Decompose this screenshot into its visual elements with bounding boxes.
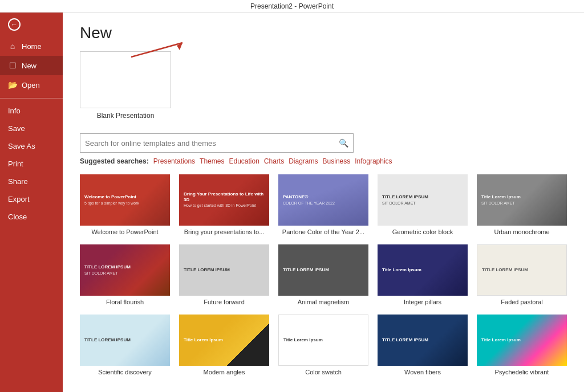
template-item-modern[interactable]: Title Lorem IpsumModern angles (179, 315, 269, 375)
template-thumb-urban[interactable]: Title Lorem IpsumSIT DOLOR AMET (477, 174, 567, 226)
sidebar-item-share[interactable]: Share (0, 173, 63, 190)
blank-presentation-section: Blank Presentation (80, 51, 567, 120)
sidebar-item-print[interactable]: Print (0, 155, 63, 173)
template-thumb-integer[interactable]: Title Lorem Ipsum (378, 244, 468, 296)
template-thumb-geometric[interactable]: TITLE LOREM IPSUMSIT DOLOR AMET (378, 174, 468, 226)
suggested-diagrams[interactable]: Diagrams (289, 157, 318, 165)
template-name-future: Future forward (204, 299, 245, 305)
template-thumb-swatch[interactable]: Title Lorem Ipsum (278, 315, 368, 366)
search-input[interactable] (85, 139, 339, 148)
sidebar-item-close[interactable]: Close (0, 208, 63, 226)
sidebar-item-save-as[interactable]: Save As (0, 137, 63, 155)
back-icon: ← (8, 18, 21, 31)
template-text-sub-pantone: COLOR OF THE YEAR 2022 (283, 201, 335, 206)
template-text-top-urban: Title Lorem Ipsum (481, 194, 521, 200)
sidebar-item-info[interactable]: Info (0, 102, 63, 120)
page-title: New (80, 24, 567, 42)
template-item-animal[interactable]: TITLE LOREM IPSUMAnimal magnetism (278, 244, 368, 305)
template-item-urban[interactable]: Title Lorem IpsumSIT DOLOR AMETUrban mon… (477, 174, 567, 235)
sidebar-item-home[interactable]: ⌂ Home (0, 36, 63, 56)
template-text-sub-urban: SIT DOLOR AMET (481, 201, 515, 206)
template-thumb-woven[interactable]: TITLE LOREM IPSUM (378, 315, 468, 366)
svg-marker-1 (177, 43, 182, 50)
template-thumb-faded[interactable]: TITLE LOREM IPSUM (477, 244, 567, 296)
template-thumb-animal[interactable]: TITLE LOREM IPSUM (278, 244, 368, 296)
suggested-presentations[interactable]: Presentations (153, 157, 195, 165)
template-text-top-woven: TITLE LOREM IPSUM (382, 337, 428, 343)
template-name-psychedelic: Psychedelic vibrant (495, 369, 549, 375)
template-item-psychedelic[interactable]: Title Lorem IpsumPsychedelic vibrant (477, 315, 567, 375)
template-name-3d: Bring your presentations to... (184, 228, 265, 235)
template-text-sub-floral: SIT DOLOR AMET (84, 271, 118, 276)
template-thumb-future[interactable]: TITLE LOREM IPSUM (179, 244, 269, 296)
template-name-pantone: Pantone Color of the Year 2... (282, 228, 364, 235)
template-text-top-welcome: Welcome to PowerPoint (84, 194, 136, 200)
home-icon: ⌂ (8, 42, 17, 51)
template-text-top-3d: Bring Your Presentations to Life with 3D (184, 191, 265, 202)
template-thumb-scientific[interactable]: TITLE LOREM IPSUM (80, 315, 170, 366)
template-item-3d[interactable]: Bring Your Presentations to Life with 3D… (179, 174, 269, 235)
open-icon: 📂 (8, 80, 17, 89)
template-thumb-psychedelic[interactable]: Title Lorem Ipsum (477, 315, 567, 366)
template-item-swatch[interactable]: Title Lorem IpsumColor swatch (278, 315, 368, 375)
template-item-welcome[interactable]: Welcome to PowerPoint5 tips for a simple… (80, 174, 170, 235)
template-text-top-swatch: Title Lorem Ipsum (283, 337, 323, 343)
template-thumb-floral[interactable]: TITLE LOREM IPSUMSIT DOLOR AMET (80, 244, 170, 296)
template-name-faded: Faded pastoral (501, 299, 542, 305)
template-name-swatch: Color swatch (305, 369, 342, 375)
template-name-modern: Modern angles (204, 369, 245, 375)
template-text-top-scientific: TITLE LOREM IPSUM (84, 337, 131, 343)
sidebar-text-items: Info Save Save As Print Share Export Clo… (0, 102, 63, 226)
template-thumb-modern[interactable]: Title Lorem Ipsum (179, 315, 269, 366)
sidebar-nav: ⌂ Home ☐ New 📂 Open (0, 36, 63, 95)
suggested-business[interactable]: Business (323, 157, 351, 165)
sidebar-divider (0, 98, 63, 99)
search-box[interactable]: 🔍 (80, 133, 354, 153)
template-text-top-animal: TITLE LOREM IPSUM (283, 267, 329, 273)
template-item-woven[interactable]: TITLE LOREM IPSUMWoven fibers (378, 315, 468, 375)
template-name-floral: Floral flourish (106, 299, 144, 305)
blank-presentation-thumb[interactable] (80, 51, 171, 108)
suggested-infographics[interactable]: Infographics (355, 157, 392, 165)
template-text-sub-3d: How to get started with 3D in PowerPoint (184, 203, 256, 208)
blank-presentation-label: Blank Presentation (80, 112, 171, 120)
search-section: 🔍 Suggested searches: Presentations Them… (80, 133, 567, 165)
template-item-floral[interactable]: TITLE LOREM IPSUMSIT DOLOR AMETFloral fl… (80, 244, 170, 305)
template-name-scientific: Scientific discovery (98, 369, 152, 375)
back-button[interactable]: ← (0, 13, 63, 36)
template-item-geometric[interactable]: TITLE LOREM IPSUMSIT DOLOR AMETGeometric… (378, 174, 468, 235)
template-thumb-3d[interactable]: Bring Your Presentations to Life with 3D… (179, 174, 269, 226)
suggested-education[interactable]: Education (229, 157, 259, 165)
template-text-top-future: TITLE LOREM IPSUM (184, 267, 230, 273)
sidebar: ← ⌂ Home ☐ New 📂 Open Info Save (0, 13, 63, 392)
template-item-faded[interactable]: TITLE LOREM IPSUMFaded pastoral (477, 244, 567, 305)
template-thumb-welcome[interactable]: Welcome to PowerPoint5 tips for a simple… (80, 174, 170, 226)
title-bar-text: Presentation2 - PowerPoint (250, 2, 334, 10)
template-text-top-pantone: PANTONE® (283, 194, 308, 200)
template-name-woven: Woven fibers (404, 369, 441, 375)
suggested-themes[interactable]: Themes (200, 157, 224, 165)
suggested-searches: Suggested searches: Presentations Themes… (80, 157, 567, 165)
template-item-pantone[interactable]: PANTONE®COLOR OF THE YEAR 2022Pantone Co… (278, 174, 368, 235)
template-name-geometric: Geometric color block (392, 228, 453, 235)
template-text-top-floral: TITLE LOREM IPSUM (84, 264, 131, 270)
sidebar-item-save[interactable]: Save (0, 120, 63, 137)
templates-grid: Welcome to PowerPoint5 tips for a simple… (80, 174, 567, 375)
template-name-welcome: Welcome to PowerPoint (91, 228, 158, 235)
template-text-top-geometric: TITLE LOREM IPSUM (382, 194, 428, 200)
template-item-scientific[interactable]: TITLE LOREM IPSUMScientific discovery (80, 315, 170, 375)
template-text-top-faded: TITLE LOREM IPSUM (482, 267, 528, 273)
template-name-integer: Integer pillars (404, 299, 441, 305)
template-item-integer[interactable]: Title Lorem IpsumInteger pillars (378, 244, 468, 305)
sidebar-item-open[interactable]: 📂 Open (0, 75, 63, 95)
sidebar-item-export[interactable]: Export (0, 190, 63, 208)
sidebar-item-new[interactable]: ☐ New (0, 56, 63, 75)
template-name-urban: Urban monochrome (494, 228, 549, 235)
template-text-top-psychedelic: Title Lorem Ipsum (481, 337, 521, 343)
suggested-charts[interactable]: Charts (264, 157, 284, 165)
template-thumb-pantone[interactable]: PANTONE®COLOR OF THE YEAR 2022 (278, 174, 368, 226)
search-icon: 🔍 (339, 138, 348, 148)
main-content: New Blank Presentation 🔍 (63, 13, 584, 392)
title-bar: Presentation2 - PowerPoint (0, 0, 584, 13)
template-item-future[interactable]: TITLE LOREM IPSUMFuture forward (179, 244, 269, 305)
